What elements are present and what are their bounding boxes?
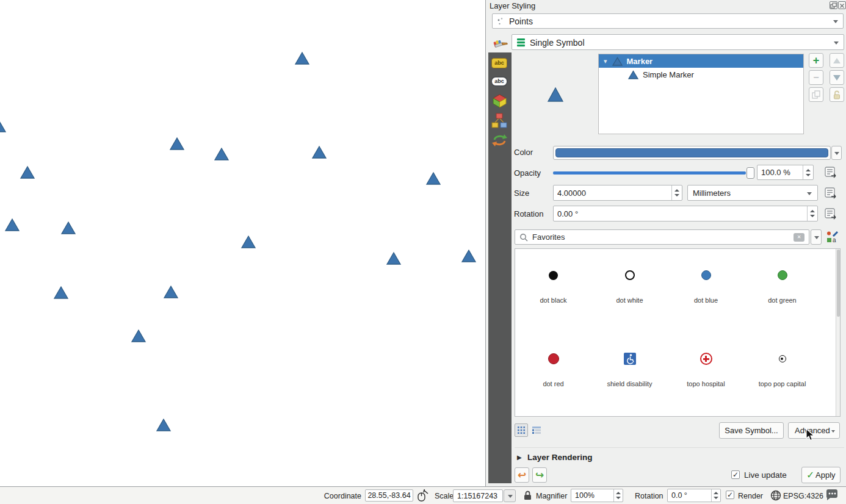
symbol-search-box[interactable]: Favorites ✕: [515, 229, 809, 245]
messages-icon[interactable]: [825, 489, 839, 502]
symbol-tree-item-marker[interactable]: ▾ Marker: [599, 54, 803, 68]
layer-selector[interactable]: Points: [492, 13, 844, 29]
scale-value[interactable]: [454, 490, 502, 502]
coordinate-label: Coordinate: [324, 492, 361, 500]
search-dropdown-button[interactable]: [811, 229, 822, 245]
scrollbar-thumb[interactable]: [837, 250, 840, 317]
opacity-spinbox[interactable]: [757, 165, 814, 180]
layer-rendering-header[interactable]: Layer Rendering: [527, 453, 593, 462]
spin-buttons[interactable]: [803, 165, 813, 179]
spin-buttons[interactable]: [807, 206, 817, 221]
point-marker: [462, 250, 475, 262]
symbol-preview: [547, 86, 564, 103]
clear-search-icon[interactable]: ✕: [794, 233, 804, 242]
opacity-slider[interactable]: [553, 167, 754, 179]
scale-input[interactable]: [453, 489, 503, 502]
point-layer-icon: [497, 17, 507, 27]
symbol-item-dot-black[interactable]: dot black: [515, 254, 591, 333]
lock-colors-button[interactable]: [830, 87, 844, 102]
callouts-tab-icon[interactable]: abc: [491, 76, 508, 87]
size-label: Size: [514, 189, 529, 198]
scale-dropdown-button[interactable]: [504, 489, 516, 502]
symbol-item-topo-hospital[interactable]: topo hospital: [668, 337, 744, 417]
duplicate-button[interactable]: [809, 87, 823, 102]
scale-label: Scale: [435, 492, 454, 500]
size-unit-combo[interactable]: Millimeters: [687, 185, 818, 201]
color-button[interactable]: [553, 146, 831, 160]
data-defined-override-icon[interactable]: [824, 207, 837, 221]
point-marker: [132, 330, 145, 342]
style-manager-icon[interactable]: a: [826, 231, 839, 243]
redo-button[interactable]: ↪: [532, 467, 547, 483]
slider-track: [553, 171, 746, 175]
renderer-selector[interactable]: Single Symbol: [512, 34, 844, 50]
chevron-down-icon: [508, 495, 513, 498]
float-panel-icon[interactable]: [830, 1, 837, 9]
icon-view-button[interactable]: [515, 423, 528, 437]
rotation-input[interactable]: [554, 206, 817, 221]
remove-symbol-layer-button[interactable]: −: [809, 70, 823, 85]
color-dropdown-button[interactable]: [831, 146, 842, 160]
save-symbol-button[interactable]: Save Symbol...: [719, 422, 784, 439]
data-defined-override-icon[interactable]: [824, 187, 837, 200]
styling-tabstrip: abc abc: [488, 52, 512, 483]
symbol-item-dot-blue[interactable]: dot blue: [668, 254, 744, 333]
data-defined-override-icon[interactable]: [824, 166, 837, 179]
slider-handle[interactable]: [747, 167, 754, 179]
move-up-button[interactable]: [830, 53, 844, 68]
crs-label: EPSG:4326: [783, 492, 823, 500]
size-unit-value: Millimeters: [693, 189, 731, 198]
mouse-position-icon[interactable]: [416, 489, 429, 502]
3d-view-tab-icon[interactable]: [492, 93, 507, 109]
close-panel-icon[interactable]: [838, 1, 846, 9]
chevron-down-icon: [833, 20, 838, 23]
scrollbar[interactable]: [836, 249, 840, 416]
rotation-spinbox[interactable]: [553, 206, 818, 221]
spin-buttons[interactable]: [711, 489, 720, 502]
coordinate-value[interactable]: [366, 490, 413, 501]
undo-button[interactable]: ↩: [515, 467, 529, 483]
point-marker: [21, 167, 34, 178]
spin-buttons[interactable]: [671, 185, 682, 200]
rotation-label: Rotation: [514, 209, 543, 218]
chevron-down-icon: [831, 430, 835, 433]
coordinate-input[interactable]: [365, 489, 413, 502]
magnifier-spinbox[interactable]: [571, 489, 623, 502]
diagrams-tab-icon[interactable]: [491, 113, 508, 128]
dot-green-icon: [778, 270, 787, 280]
apply-check-icon: ✓: [806, 469, 814, 481]
duplicate-icon: [812, 90, 820, 99]
point-marker: [54, 287, 68, 298]
symbol-item-topo-pop-capital[interactable]: topo pop capital: [744, 337, 820, 417]
point-marker: [313, 146, 326, 158]
map-canvas[interactable]: [0, 0, 486, 486]
check-icon: ✓: [727, 491, 733, 499]
dot-white-icon: [625, 270, 635, 280]
symbol-tree-item-simple-marker[interactable]: Simple Marker: [599, 68, 803, 81]
apply-button[interactable]: ✓ Apply: [801, 467, 841, 483]
undo-icon: ↩: [518, 469, 526, 481]
unlock-icon: [833, 90, 841, 99]
symbol-item-shield-disability[interactable]: shield disability: [591, 337, 668, 417]
panel-title: Layer Styling: [490, 1, 535, 10]
symbol-item-dot-white[interactable]: dot white: [591, 254, 668, 333]
history-tab-icon[interactable]: [491, 133, 508, 147]
size-spinbox[interactable]: [553, 185, 682, 201]
symbol-item-dot-green[interactable]: dot green: [744, 254, 820, 333]
crs-globe-icon[interactable]: [770, 490, 781, 501]
live-update-label: Live update: [744, 470, 787, 480]
list-view-button[interactable]: [530, 423, 543, 437]
expander-icon[interactable]: ▾: [604, 57, 607, 65]
symbol-item-dot-red[interactable]: dot red: [515, 337, 591, 417]
add-symbol-layer-button[interactable]: +: [809, 53, 823, 68]
point-marker: [170, 138, 184, 149]
lock-scale-icon[interactable]: [523, 490, 532, 500]
render-checkbox[interactable]: ✓: [726, 491, 734, 499]
move-down-button[interactable]: [830, 70, 844, 85]
labels-tab-icon[interactable]: abc: [491, 58, 507, 68]
spin-buttons[interactable]: [613, 489, 623, 502]
live-update-checkbox[interactable]: ✓: [731, 470, 740, 479]
size-input[interactable]: [554, 185, 682, 200]
rotation-status-spinbox[interactable]: [667, 489, 721, 502]
collapse-arrow-icon[interactable]: ▶: [517, 454, 522, 461]
